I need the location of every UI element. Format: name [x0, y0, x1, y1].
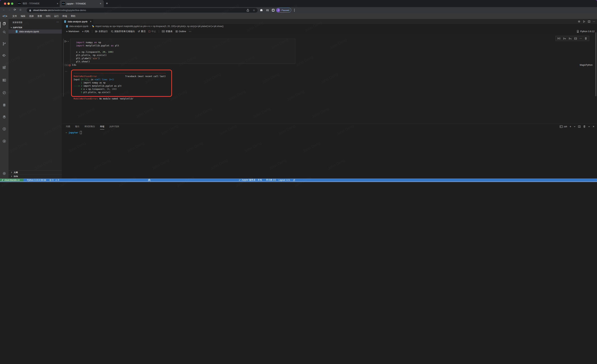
breadcrumb-file[interactable]: data-analysis.ipynb	[69, 25, 88, 28]
layers-icon[interactable]	[2, 115, 6, 119]
panel-tab-output[interactable]: 输出	[75, 125, 79, 128]
status-bar: cloud.titanide.cn Python 3.10.4 64-bit 0…	[0, 178, 298, 181]
error-output-highlight: ----------------------------------------…	[71, 70, 172, 97]
outline-button[interactable]: Outline	[175, 30, 186, 33]
python-interpreter[interactable]: Python 3.10.4 64-bit	[27, 178, 46, 181]
menu-goto[interactable]: 转到	[44, 15, 52, 18]
browser-window: <t> 项目 - TITANIDE × <t> jupyter - TITANI…	[0, 0, 298, 182]
back-icon[interactable]: ←	[2, 8, 5, 11]
profile-button[interactable]: J Paused	[276, 8, 291, 12]
editor-tab-notebook[interactable]: data-analysis.ipynb ×	[62, 19, 93, 24]
panel-tabs: 问题 输出 调试控制台 终端 JUPYTER	[66, 124, 119, 129]
error-status-icon	[69, 64, 71, 66]
url-path: /ide/web/coding/jupyter/live-demo	[50, 9, 86, 12]
run-all-button[interactable]: 全部运行	[95, 30, 108, 33]
tab-close-icon[interactable]: ×	[100, 2, 102, 5]
extensions-puzzle-icon[interactable]	[260, 9, 263, 12]
share-icon[interactable]	[246, 9, 249, 12]
sidebar-section-svn[interactable]: SVN	[8, 174, 62, 178]
media-controls-icon[interactable]	[266, 9, 269, 12]
database-icon[interactable]	[2, 103, 6, 107]
preview-window-icon[interactable]	[2, 78, 6, 82]
manage-gear-icon[interactable]	[2, 171, 6, 176]
keyboard-layout[interactable]: Layout: U.S.	[279, 178, 290, 181]
restart-button[interactable]: ↺重启	[138, 30, 146, 33]
panel-tab-jupyter[interactable]: JUPYTER	[109, 125, 119, 128]
titanide-favicon: <t>	[62, 2, 65, 5]
terminal-command: jupyter	[69, 131, 78, 134]
error-traceback: ----------------------------------------…	[74, 72, 166, 101]
sidebar-section-jupyter[interactable]: JUPYTER	[10, 26, 22, 29]
toolbar-separator	[92, 30, 92, 33]
remote-indicator[interactable]: cloud.titanide.cn	[0, 178, 24, 181]
add-code-button[interactable]: +代码	[82, 30, 89, 33]
breadcrumb[interactable]: data-analysis.ipynb › import numpy as np…	[62, 24, 298, 28]
source-control-icon[interactable]	[2, 42, 6, 46]
problems-indicator[interactable]: 0 ⚠ 0	[49, 178, 59, 181]
run-debug-icon[interactable]	[2, 53, 6, 58]
browser-tab-project[interactable]: <t> 项目 - TITANIDE ×	[18, 0, 59, 7]
tab-close-icon[interactable]: ×	[90, 20, 91, 23]
notebook-toolbar: +Markdown +代码 全部运行 清除所有单元格输出 ↺重启 中止	[66, 28, 191, 34]
section-label: SVN	[14, 175, 18, 177]
notebook-file-icon	[16, 30, 18, 33]
interrupt-button[interactable]: 中止	[148, 30, 156, 33]
menu-file[interactable]: 文件	[10, 15, 19, 18]
menu-view[interactable]: 查看	[36, 15, 44, 18]
workbench: 资源管理器 ⋯ JUPYTER data-analysis.ipynb 大纲 S…	[0, 19, 298, 178]
sidebar-section-outline[interactable]: 大纲	[8, 170, 62, 174]
menu-selection[interactable]: 选择	[27, 15, 36, 18]
double-play-icon	[95, 30, 98, 33]
code-cell[interactable]: import numpy as npimport matplotlib.pypl…	[70, 39, 295, 64]
browser-menu-icon[interactable]	[294, 9, 295, 12]
home-icon[interactable]: ⌂	[20, 8, 21, 11]
lightning-icon[interactable]	[2, 127, 6, 131]
output-more-icon[interactable]: ⋯	[65, 70, 68, 73]
browser-tab-jupyter[interactable]: <t> jupyter - TITANIDE ×	[60, 0, 104, 7]
new-tab-button[interactable]: +	[106, 1, 108, 6]
clear-outputs-button[interactable]: 清除所有单元格输出	[111, 30, 135, 33]
variables-button[interactable]: 变量表	[162, 30, 173, 33]
browser-tabstrip: <t> 项目 - TITANIDE × <t> jupyter - TITANI…	[0, 0, 298, 7]
reload-icon[interactable]: ⟳	[14, 8, 16, 11]
side-panel-icon[interactable]	[272, 9, 275, 12]
forward-icon[interactable]: →	[8, 8, 11, 11]
notifications-bell-icon[interactable]	[293, 179, 295, 182]
traffic-minimize-button[interactable]	[8, 2, 10, 5]
menu-edit[interactable]: 编辑	[19, 15, 27, 18]
extensions-icon[interactable]	[2, 66, 6, 70]
cell-code[interactable]: import numpy as npimport matplotlib.pypl…	[76, 41, 119, 63]
file-item-notebook[interactable]: data-analysis.ipynb	[8, 30, 62, 34]
avatar: J	[276, 8, 280, 12]
explorer-icon[interactable]	[2, 22, 6, 26]
run-cell-button[interactable]: ▷	[65, 39, 69, 43]
panel-collapse-chevrons-icon[interactable]	[148, 178, 151, 181]
breadcrumb-code[interactable]: import numpy as np↵import matplotlib.pyp…	[95, 25, 224, 28]
arrows-out-icon[interactable]	[2, 139, 6, 143]
chevron-down-icon	[67, 41, 69, 42]
traffic-zoom-button[interactable]	[11, 2, 13, 5]
panel-tab-debug-console[interactable]: 调试控制台	[84, 125, 95, 128]
cell-indicator[interactable]: 单元格 1/1	[266, 178, 276, 181]
address-bar[interactable]: cloud.titanide.cn/ide/web/coding/jupyter…	[27, 8, 258, 13]
traffic-close-button[interactable]	[4, 2, 6, 5]
add-markdown-button[interactable]: +Markdown	[66, 30, 79, 33]
bookmark-star-icon[interactable]: ☆	[253, 9, 255, 12]
play-icon: ▷	[65, 39, 67, 43]
menu-run[interactable]: 运行	[52, 15, 61, 18]
toolbar-more-icon[interactable]: ⋯	[189, 30, 191, 33]
stop-square-icon	[148, 30, 150, 32]
panel-tab-terminal[interactable]: 终端	[100, 125, 104, 128]
menu-terminal[interactable]: 终端	[61, 15, 69, 18]
titanide-favicon: <t>	[18, 2, 21, 5]
tab-close-icon[interactable]: ×	[56, 2, 59, 5]
search-icon[interactable]	[2, 30, 6, 34]
jupyter-server-indicator[interactable]: Jupyter 服务器：本地	[239, 178, 262, 181]
circle-branch-icon[interactable]	[2, 91, 6, 95]
remote-icon	[1, 179, 3, 181]
sidebar-more-icon[interactable]: ⋯	[56, 20, 59, 23]
menu-help[interactable]: 帮助	[69, 15, 77, 18]
panel-tab-problems[interactable]: 问题	[66, 125, 70, 128]
prompt-arrow: →	[66, 131, 67, 134]
terminal-prompt-line[interactable]: → jupyter	[66, 131, 82, 134]
